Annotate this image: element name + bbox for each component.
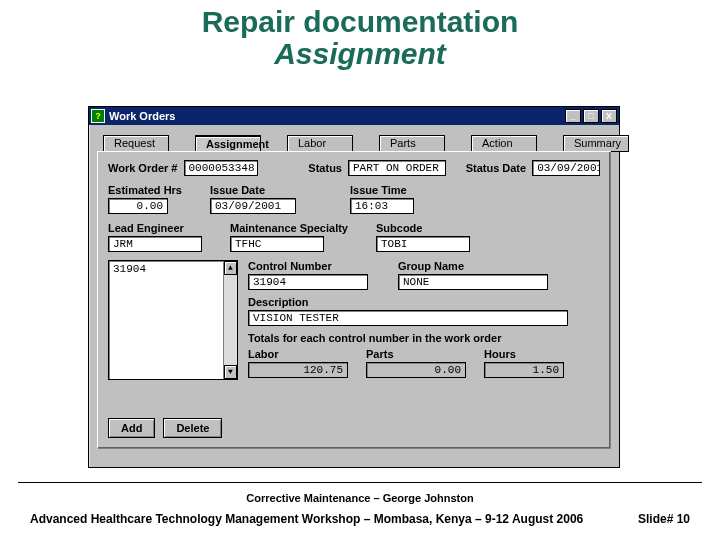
tab-parts[interactable]: Parts [379, 135, 445, 152]
description-field[interactable]: VISION TESTER [248, 310, 568, 326]
delete-button[interactable]: Delete [163, 418, 222, 438]
control-num-field[interactable]: 31904 [248, 274, 368, 290]
listbox-scrollbar[interactable]: ▲ ▼ [223, 261, 237, 379]
tab-summary[interactable]: Summary [563, 135, 629, 152]
work-order-field[interactable]: 0000053348 [184, 160, 259, 176]
tab-assignment[interactable]: Assignment [195, 135, 261, 152]
footer-line1: Corrective Maintenance – George Johnston [0, 492, 720, 504]
totals-parts-label: Parts [366, 348, 466, 360]
status-label: Status [308, 162, 342, 174]
description-label: Description [248, 296, 600, 308]
subcode-field[interactable]: TOBI [376, 236, 470, 252]
slide-title-line1: Repair documentation [0, 6, 720, 38]
work-order-label: Work Order # [108, 162, 178, 174]
totals-hours-label: Hours [484, 348, 564, 360]
scroll-down-button[interactable]: ▼ [224, 365, 237, 379]
titlebar: ? Work Orders _ □ X [89, 107, 619, 125]
est-hrs-field[interactable]: 0.00 [108, 198, 168, 214]
totals-parts-value: 0.00 [366, 362, 466, 378]
scroll-up-button[interactable]: ▲ [224, 261, 237, 275]
footer-separator [18, 482, 702, 483]
status-date-field[interactable]: 03/09/2001 [532, 160, 600, 176]
totals-heading: Totals for each control number in the wo… [248, 332, 600, 344]
maint-spec-label: Maintenance Specialty [230, 222, 348, 234]
assignment-panel: Work Order # 0000053348 Status PART ON O… [97, 151, 611, 449]
control-num-label: Control Number [248, 260, 368, 272]
app-icon: ? [91, 109, 105, 123]
tab-strip: Request Assignment Labor Parts Action Su… [97, 131, 611, 152]
issue-time-field[interactable]: 16:03 [350, 198, 414, 214]
lead-eng-label: Lead Engineer [108, 222, 202, 234]
issue-date-label: Issue Date [210, 184, 296, 196]
group-name-field[interactable]: NONE [398, 274, 548, 290]
slide-title-line2: Assignment [0, 38, 720, 70]
tab-request[interactable]: Request [103, 135, 169, 152]
close-button[interactable]: X [601, 109, 617, 123]
issue-date-field[interactable]: 03/09/2001 [210, 198, 296, 214]
lead-eng-field[interactable]: JRM [108, 236, 202, 252]
tab-action[interactable]: Action [471, 135, 537, 152]
totals-hours-value: 1.50 [484, 362, 564, 378]
control-listbox[interactable]: 31904 ▲ ▼ [108, 260, 238, 380]
list-item[interactable]: 31904 [109, 261, 237, 277]
issue-time-label: Issue Time [350, 184, 414, 196]
group-name-label: Group Name [398, 260, 548, 272]
totals-labor-value: 120.75 [248, 362, 348, 378]
minimize-button[interactable]: _ [565, 109, 581, 123]
maximize-button[interactable]: □ [583, 109, 599, 123]
window-title: Work Orders [109, 110, 565, 122]
totals-labor-label: Labor [248, 348, 348, 360]
status-date-label: Status Date [466, 162, 527, 174]
maint-spec-field[interactable]: TFHC [230, 236, 324, 252]
add-button[interactable]: Add [108, 418, 155, 438]
status-field[interactable]: PART ON ORDER [348, 160, 446, 176]
footer-line2-left: Advanced Healthcare Technology Managemen… [30, 512, 583, 526]
est-hrs-label: Estimated Hrs [108, 184, 182, 196]
work-orders-window: ? Work Orders _ □ X Request Assignment L… [88, 106, 620, 468]
tab-labor[interactable]: Labor [287, 135, 353, 152]
footer-slide-number: Slide# 10 [638, 512, 690, 526]
subcode-label: Subcode [376, 222, 470, 234]
